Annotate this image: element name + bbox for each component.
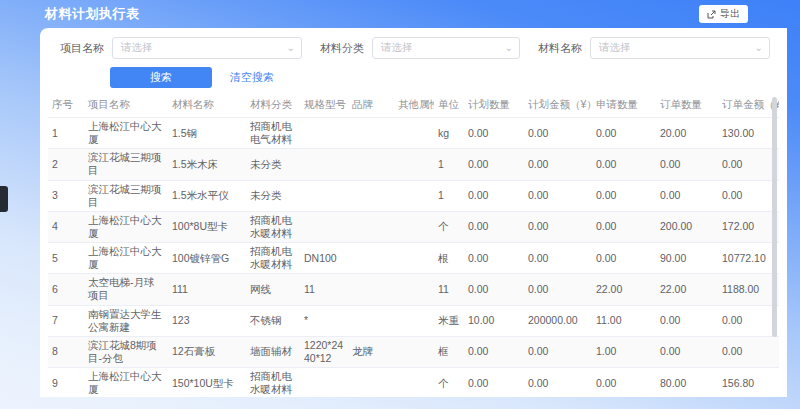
material-category-select[interactable]: 请选择 ⌄ — [372, 37, 520, 59]
table-cell: 5 — [48, 243, 84, 274]
data-table-container: 序号项目名称材料名称材料分类规格型号品牌其他属性单位计划数量计划金额（¥）申请数… — [40, 95, 787, 397]
column-header: 订单数量 — [656, 95, 718, 118]
action-bar: 搜索 清空搜索 — [40, 59, 787, 95]
table-cell: 0.00 — [656, 149, 718, 180]
table-cell: 22.00 — [656, 274, 718, 305]
table-cell: 0.00 — [592, 118, 656, 149]
table-cell: 0.00 — [464, 243, 524, 274]
table-cell: 100*8U型卡 — [168, 211, 246, 242]
table-cell: 0.00 — [464, 368, 524, 398]
table-cell — [348, 305, 394, 336]
filter-label: 材料分类 — [320, 41, 364, 56]
table-cell — [394, 243, 434, 274]
table-cell: 0.00 — [524, 149, 592, 180]
filter-material-category: 材料分类 请选择 ⌄ — [320, 37, 520, 59]
table-cell: 90.00 — [656, 243, 718, 274]
search-button[interactable]: 搜索 — [110, 67, 212, 88]
table-row: 2滨江花城三期项目1.5米木床未分类10.000.000.000.000.00 — [48, 149, 779, 180]
table-cell: 未分类 — [246, 149, 300, 180]
table-cell — [348, 180, 394, 211]
table-cell — [348, 243, 394, 274]
table-cell: 滨江花城8期项目-分包 — [84, 336, 168, 367]
filter-bar: 项目名称 请选择 ⌄ 材料分类 请选择 ⌄ 材料名称 请选择 ⌄ — [40, 28, 787, 59]
table-cell: 墙面辅材 — [246, 336, 300, 367]
table-cell: kg — [434, 118, 464, 149]
table-cell: 172.00 — [718, 211, 779, 242]
table-cell: 招商机电 水暖材料 — [246, 243, 300, 274]
table-cell: 1 — [434, 149, 464, 180]
table-cell: 20.00 — [656, 118, 718, 149]
table-cell — [348, 274, 394, 305]
table-cell: 个 — [434, 368, 464, 398]
chevron-down-icon: ⌄ — [287, 42, 295, 53]
table-cell — [394, 180, 434, 211]
table-row: 6太空电梯-月球项目111网线11110.000.0022.0022.00118… — [48, 274, 779, 305]
table-cell: 未分类 — [246, 180, 300, 211]
table-cell: 0.00 — [464, 211, 524, 242]
filter-label: 项目名称 — [60, 41, 104, 56]
column-header: 序号 — [48, 95, 84, 118]
table-cell — [348, 211, 394, 242]
column-header: 品牌 — [348, 95, 394, 118]
table-cell: 1.00 — [592, 336, 656, 367]
table-cell: 龙牌 — [348, 336, 394, 367]
table-cell: 0.00 — [524, 211, 592, 242]
table-cell — [348, 118, 394, 149]
table-cell: 0.00 — [592, 211, 656, 242]
project-name-select[interactable]: 请选择 ⌄ — [112, 37, 302, 59]
table-cell — [348, 368, 394, 398]
table-cell — [300, 368, 348, 398]
table-cell: 1 — [48, 118, 84, 149]
table-cell: 0.00 — [524, 274, 592, 305]
table-cell: 招商机电 水暖材料 — [246, 211, 300, 242]
drawer-toggle-handle[interactable] — [0, 186, 8, 212]
table-cell: 9 — [48, 368, 84, 398]
table-cell: 80.00 — [656, 368, 718, 398]
table-cell: 上海松江中心大厦 — [84, 243, 168, 274]
table-cell: 0.00 — [592, 149, 656, 180]
table-cell: 0.00 — [524, 336, 592, 367]
table-cell: 南钢置达大学生公寓新建 — [84, 305, 168, 336]
filter-material-name: 材料名称 请选择 ⌄ — [538, 37, 770, 59]
export-button[interactable]: 导出 — [699, 5, 748, 23]
table-cell: 滨江花城三期项目 — [84, 180, 168, 211]
table-row: 4上海松江中心大厦100*8U型卡招商机电 水暖材料个0.000.000.002… — [48, 211, 779, 242]
column-header: 其他属性 — [394, 95, 434, 118]
table-cell: 100镀锌管G — [168, 243, 246, 274]
page-title: 材料计划执行表 — [45, 5, 140, 23]
table-cell — [394, 274, 434, 305]
table-cell: 0.00 — [464, 149, 524, 180]
table-cell: 0.00 — [592, 368, 656, 398]
chevron-down-icon: ⌄ — [505, 42, 513, 53]
table-cell — [394, 211, 434, 242]
export-label: 导出 — [720, 7, 740, 21]
table-cell: 12石膏板 — [168, 336, 246, 367]
table-cell: 0.00 — [524, 243, 592, 274]
material-plan-table: 序号项目名称材料名称材料分类规格型号品牌其他属性单位计划数量计划金额（¥）申请数… — [48, 95, 779, 397]
table-cell: 上海松江中心大厦 — [84, 118, 168, 149]
table-cell: 0.00 — [464, 180, 524, 211]
column-header: 计划数量 — [464, 95, 524, 118]
table-cell: 22.00 — [592, 274, 656, 305]
table-cell: 1.5钢 — [168, 118, 246, 149]
table-cell — [300, 211, 348, 242]
table-cell: 1220*2440*12 — [300, 336, 348, 367]
table-row: 5上海松江中心大厦100镀锌管G招商机电 水暖材料DN100根0.000.000… — [48, 243, 779, 274]
table-cell: 招商机电 水暖材料 — [246, 368, 300, 398]
table-cell: 11 — [300, 274, 348, 305]
column-header: 材料名称 — [168, 95, 246, 118]
table-cell: 个 — [434, 211, 464, 242]
content-card: 项目名称 请选择 ⌄ 材料分类 请选择 ⌄ 材料名称 请选择 ⌄ 搜索 清空搜索 — [40, 28, 787, 397]
table-cell: 不锈钢 — [246, 305, 300, 336]
filter-project-name: 项目名称 请选择 ⌄ — [60, 37, 302, 59]
material-name-select[interactable]: 请选择 ⌄ — [590, 37, 770, 59]
vertical-scrollbar[interactable] — [772, 97, 777, 337]
table-cell: 11 — [434, 274, 464, 305]
clear-search-link[interactable]: 清空搜索 — [230, 70, 274, 85]
top-banner: 材料计划执行表 导出 — [0, 0, 800, 28]
table-cell — [300, 118, 348, 149]
table-cell — [300, 180, 348, 211]
table-cell: 上海松江中心大厦 — [84, 368, 168, 398]
table-row: 3滨江花城三期项目1.5米水平仪未分类10.000.000.000.000.00 — [48, 180, 779, 211]
select-placeholder: 请选择 — [121, 41, 153, 55]
